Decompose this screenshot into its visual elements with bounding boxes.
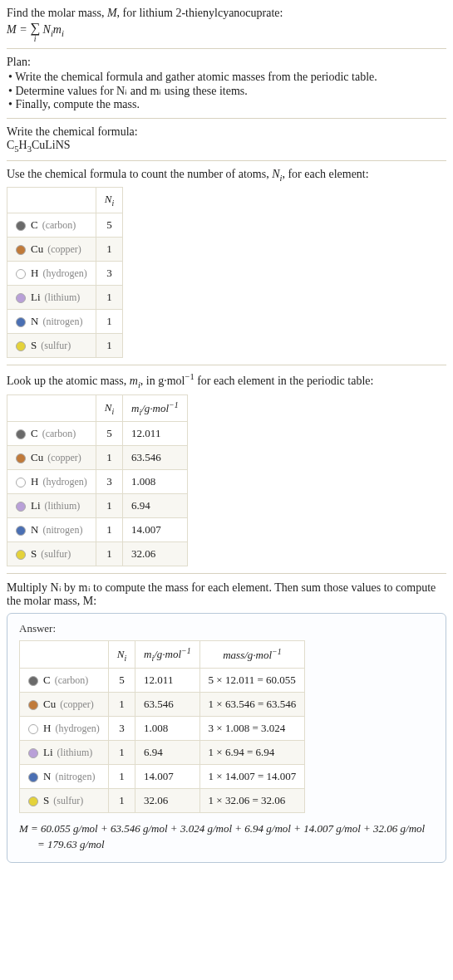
mi-header-exp: −1 xyxy=(181,646,190,655)
empty-header xyxy=(7,188,96,213)
element-name: (sulfur) xyxy=(38,548,71,560)
mi-cell: 1.008 xyxy=(135,717,199,741)
mass-cell: 1 × 14.007 = 14.007 xyxy=(199,765,305,789)
mass-header: mass/g·mol−1 xyxy=(199,641,305,669)
divider xyxy=(7,118,446,119)
lookup-exp: −1 xyxy=(185,372,194,381)
intro-block: Find the molar mass, M, for lithium 2-th… xyxy=(7,7,446,42)
molar-mass-formula: M = ∑i Nimi xyxy=(7,23,64,36)
element-cell: N (nitrogen) xyxy=(7,518,96,542)
divider xyxy=(7,573,446,574)
answer-label: Answer: xyxy=(19,622,434,635)
element-name: (copper) xyxy=(57,698,94,710)
element-name: (nitrogen) xyxy=(52,771,95,782)
intro-text-a: Find the molar mass, xyxy=(7,7,107,19)
lookup-heading-b: , in g·mol xyxy=(140,375,185,387)
ni-cell: 3 xyxy=(96,262,122,286)
lookup-mi: mi xyxy=(130,375,140,387)
element-cell: C (carbon) xyxy=(7,422,96,446)
element-name: (copper) xyxy=(45,243,81,255)
mi-header: mi/g·mol−1 xyxy=(135,641,199,669)
ni-cell: 1 xyxy=(96,494,122,518)
element-symbol: Li xyxy=(31,291,41,303)
table-row: N (nitrogen)114.007 xyxy=(7,518,188,542)
ni-header: Ni xyxy=(96,394,122,422)
element-symbol: S xyxy=(31,547,37,560)
divider xyxy=(7,160,446,161)
element-name: (carbon) xyxy=(52,674,89,686)
element-name: (nitrogen) xyxy=(40,316,82,327)
element-name: (hydrogen) xyxy=(52,723,99,734)
element-swatch xyxy=(16,293,26,303)
ni-cell: 1 xyxy=(96,446,122,470)
divider xyxy=(7,365,446,365)
intro-M: M xyxy=(107,7,117,19)
lookup-block: Look up the atomic mass, mi, in g·mol−1 … xyxy=(7,372,446,566)
element-symbol: S xyxy=(43,794,49,806)
formula-N: N xyxy=(43,23,51,36)
table-header-row: Ni xyxy=(7,188,123,213)
element-swatch xyxy=(16,453,26,463)
mass-header-a: mass/g·mol xyxy=(223,649,272,662)
table-row: N (nitrogen)1 xyxy=(7,310,123,334)
element-symbol: Cu xyxy=(31,451,43,463)
table-row: C (carbon)5 xyxy=(7,213,123,238)
element-name: (carbon) xyxy=(40,219,76,231)
mi-cell: 12.011 xyxy=(123,422,187,446)
element-swatch xyxy=(16,317,26,327)
element-symbol: S xyxy=(31,339,37,351)
multiply-block: Multiply Nᵢ by mᵢ to compute the mass fo… xyxy=(7,581,446,862)
mi-header-m: m xyxy=(144,649,151,661)
element-swatch xyxy=(28,748,38,758)
element-name: (hydrogen) xyxy=(40,476,86,488)
plan-list: • Write the chemical formula and gather … xyxy=(7,71,446,111)
element-cell: S (sulfur) xyxy=(7,334,96,358)
formula-eq: = xyxy=(17,23,30,36)
plan-block: Plan: • Write the chemical formula and g… xyxy=(7,56,446,111)
ni-cell: 5 xyxy=(108,669,135,693)
element-swatch xyxy=(16,550,26,560)
element-swatch xyxy=(16,502,26,512)
empty-header xyxy=(7,394,96,422)
ni-cell: 5 xyxy=(96,422,122,446)
mi-cell: 14.007 xyxy=(135,765,199,789)
element-cell: S (sulfur) xyxy=(7,542,96,566)
ni-cell: 1 xyxy=(96,310,122,334)
element-swatch xyxy=(16,245,26,255)
element-swatch xyxy=(28,796,38,806)
element-name: (sulfur) xyxy=(38,340,71,351)
ni-cell: 1 xyxy=(96,238,122,262)
element-swatch xyxy=(16,526,26,536)
chem-formula-heading: Write the chemical formula: xyxy=(7,125,446,139)
lookup-heading-a: Look up the atomic mass, xyxy=(7,375,130,387)
ni-header: Ni xyxy=(108,641,135,669)
table-row: H (hydrogen)31.008 xyxy=(7,470,188,494)
mi-header-m: m xyxy=(131,402,139,414)
element-swatch xyxy=(28,676,38,686)
formula-mi: mi xyxy=(53,23,64,36)
element-cell: C (carbon) xyxy=(20,669,109,693)
element-cell: H (hydrogen) xyxy=(7,470,96,494)
mass-cell: 5 × 12.011 = 60.055 xyxy=(199,669,305,693)
chem-formula-block: Write the chemical formula: C5H3CuLiNS xyxy=(7,125,446,154)
element-cell: Li (lithium) xyxy=(20,741,109,765)
element-swatch xyxy=(16,478,26,488)
answer-box: Answer: Ni mi/g·mol−1 mass/g·mol−1 C (ca… xyxy=(7,613,446,862)
element-symbol: C xyxy=(43,674,51,686)
element-swatch xyxy=(16,429,26,439)
table-row: Li (lithium)1 xyxy=(7,286,123,310)
element-name: (lithium) xyxy=(42,292,81,303)
element-symbol: Cu xyxy=(31,243,43,255)
table-row: N (nitrogen)114.0071 × 14.007 = 14.007 xyxy=(20,765,305,789)
table-row: S (sulfur)132.061 × 32.06 = 32.06 xyxy=(20,789,305,813)
element-name: (copper) xyxy=(45,452,81,463)
mass-header-exp: −1 xyxy=(272,647,281,656)
sigma-block: ∑i xyxy=(30,20,40,42)
mi-header: mi/g·mol−1 xyxy=(123,394,187,422)
atom-count-table: Ni C (carbon)5Cu (copper)1H (hydrogen)3L… xyxy=(7,187,123,358)
element-swatch xyxy=(28,724,38,734)
answer-table: Ni mi/g·mol−1 mass/g·mol−1 C (carbon)512… xyxy=(19,640,305,813)
mi-cell: 63.546 xyxy=(123,446,187,470)
ni-header-sub: i xyxy=(111,406,114,415)
mass-cell: 1 × 32.06 = 32.06 xyxy=(199,789,305,813)
